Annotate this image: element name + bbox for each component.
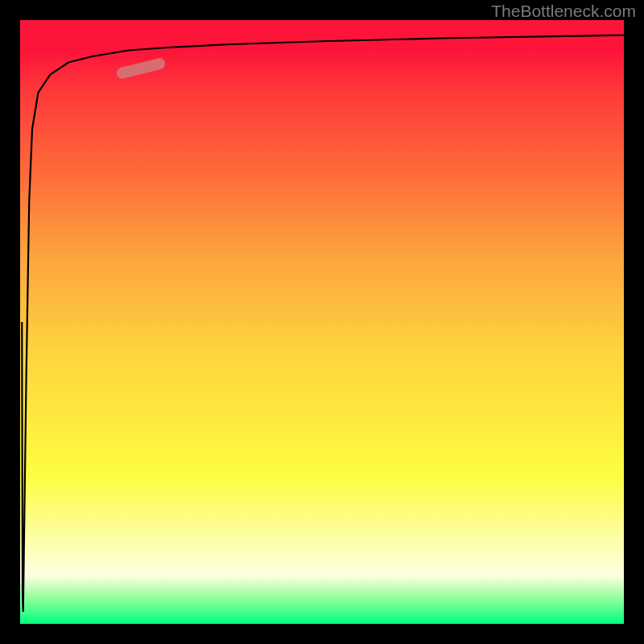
watermark-text: TheBottleneck.com bbox=[491, 2, 636, 21]
plot-gradient-area bbox=[20, 20, 624, 624]
chart-container: TheBottleneck.com bbox=[0, 0, 644, 644]
